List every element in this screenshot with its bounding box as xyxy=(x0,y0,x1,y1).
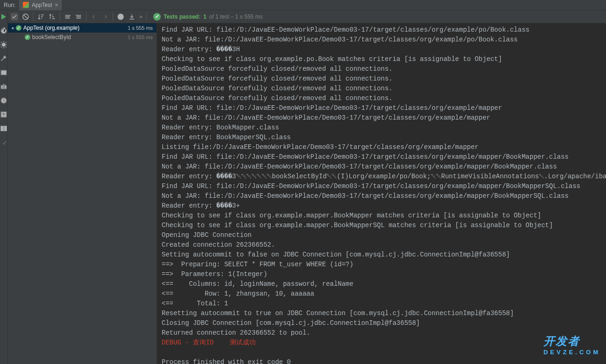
rerun-icon[interactable] xyxy=(0,13,7,20)
separator xyxy=(146,13,147,21)
clock-icon[interactable] xyxy=(0,97,7,104)
sort-down-icon[interactable] xyxy=(37,13,45,20)
run-panel-header: Run: AppTest × xyxy=(0,0,606,10)
watermark-line2: DEVZE.COM xyxy=(544,349,600,356)
test-toolbar: » Tests passed: 1 of 1 test – 1 s 555 ms xyxy=(8,10,606,23)
restore-layout-icon[interactable] xyxy=(0,125,7,132)
run-label: Run: xyxy=(0,2,19,8)
svg-point-3 xyxy=(3,86,5,88)
[interactable] xyxy=(102,13,109,20)
tree-item-bookselectbyid[interactable]: bookSelectById 1 s 555 ms xyxy=(8,33,157,42)
svg-rect-7 xyxy=(4,126,7,131)
separator xyxy=(86,13,87,21)
show-ignored-icon[interactable] xyxy=(22,13,29,20)
refresh-icon[interactable] xyxy=(0,27,7,34)
wrench-icon[interactable] xyxy=(0,55,7,62)
svg-rect-1 xyxy=(1,70,7,75)
collapse-all-icon[interactable] xyxy=(75,13,82,20)
run-tab-apptest[interactable]: AppTest × xyxy=(19,0,62,10)
tree-item-time: 1 s 555 ms xyxy=(128,34,153,40)
test-config-icon xyxy=(23,2,29,8)
watermark-line1: 开发者 xyxy=(544,335,580,347)
console-output[interactable]: Find JAR URL: file:/D:/JavaEE-DemoWorkPl… xyxy=(157,23,606,364)
expand-all-icon[interactable] xyxy=(64,13,71,20)
export-icon[interactable] xyxy=(0,111,7,118)
camera-icon[interactable] xyxy=(0,83,7,90)
svg-point-0 xyxy=(2,43,6,47)
show-passed-icon[interactable] xyxy=(11,13,18,20)
tab-title: AppTest xyxy=(32,2,52,8)
check-icon xyxy=(153,13,161,20)
check-icon xyxy=(16,25,21,31)
svg-rect-6 xyxy=(1,126,3,131)
check-icon xyxy=(25,34,30,40)
separator xyxy=(60,13,60,21)
test-status: Tests passed: 1 of 1 test – 1 s 555 ms xyxy=(153,13,263,20)
prev-test-icon[interactable] xyxy=(90,13,98,20)
separator xyxy=(33,13,34,21)
sort-up-icon[interactable] xyxy=(48,13,56,20)
more-icon[interactable]: » xyxy=(139,13,143,20)
run-side-gutter xyxy=(0,10,8,364)
watch-icon[interactable] xyxy=(117,13,124,20)
tests-passed-label: Tests passed: xyxy=(163,13,200,20)
tree-item-time: 1 s 555 ms xyxy=(128,25,153,31)
debugger-icon[interactable] xyxy=(0,41,7,48)
tree-item-label: bookSelectById xyxy=(32,34,71,40)
tree-item-label: AppTest (org.example) xyxy=(23,25,80,31)
tests-passed-count: 1 xyxy=(203,13,206,20)
close-icon[interactable]: × xyxy=(55,2,58,8)
chevron-down-icon[interactable]: ▾ xyxy=(12,26,14,31)
pin-icon[interactable] xyxy=(0,139,7,146)
layout-icon[interactable] xyxy=(0,69,7,76)
tree-root-apptest[interactable]: ▾ AppTest (org.example) 1 s 555 ms xyxy=(8,23,157,33)
tests-total: of 1 test – 1 s 555 ms xyxy=(209,13,263,20)
separator xyxy=(113,13,113,21)
import-icon[interactable] xyxy=(128,13,136,20)
test-tree[interactable]: ▾ AppTest (org.example) 1 s 555 ms bookS… xyxy=(8,23,157,364)
watermark: 开发者 DEVZE.COM xyxy=(544,334,600,356)
